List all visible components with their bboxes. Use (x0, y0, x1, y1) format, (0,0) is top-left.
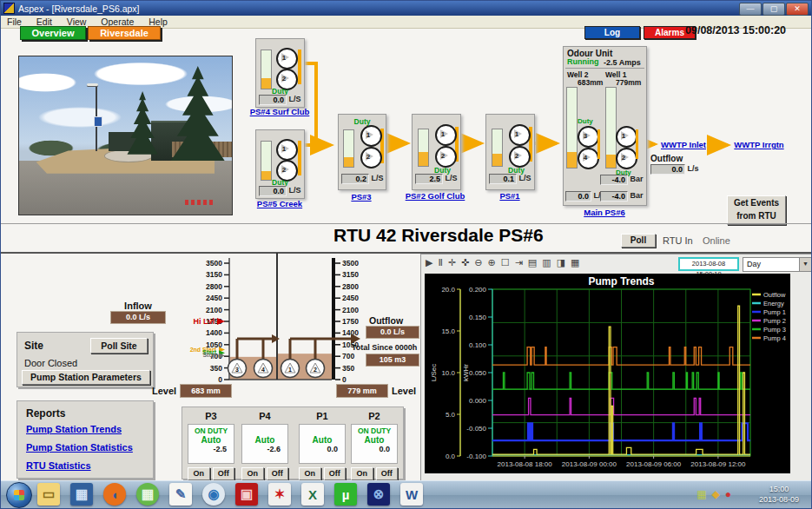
svg-text:Stop: Stop (202, 352, 216, 359)
ps4-link[interactable]: PS#4 Surf Club (245, 107, 314, 116)
wwtp-inlet-link[interactable]: WWTP Inlet (659, 140, 708, 149)
overview-button[interactable]: Overview (20, 26, 86, 40)
save-icon[interactable]: ◨ (557, 257, 565, 268)
ps5-pump-1-icon[interactable]: 1 (276, 139, 298, 161)
tray-alert-icon[interactable]: ● (725, 488, 731, 500)
svg-text:2013-08-09 12:00: 2013-08-09 12:00 (690, 460, 746, 468)
pump-p4-status: Auto -2.6 (241, 424, 288, 464)
well2-level: 683mm (578, 78, 603, 87)
site-photo (18, 56, 233, 215)
main-pump-3-icon[interactable]: 3 (578, 126, 599, 148)
app-icon (3, 3, 15, 14)
zoom-out-icon[interactable]: ⊖ (474, 257, 482, 268)
main-duty-left-label: Duty (578, 117, 593, 125)
svg-text:Energy: Energy (763, 300, 784, 307)
pump-p2-off-button[interactable]: Off (376, 467, 399, 480)
main-well1-tank (605, 87, 617, 169)
get-events-button[interactable]: Get Eventsfrom RTU (727, 195, 786, 225)
svg-text:0.100: 0.100 (469, 341, 487, 349)
divider-top (1, 223, 811, 224)
trend-range-dropdown[interactable]: Day▼ (743, 257, 812, 272)
paint-app-icon[interactable]: ▣ (235, 483, 258, 506)
ps4-tank-level (261, 50, 272, 89)
print-icon[interactable]: ▦ (571, 257, 579, 268)
svg-text:1: 1 (288, 367, 292, 373)
pump-p1-off-button[interactable]: Off (324, 467, 347, 480)
maximize-button[interactable]: ▢ (762, 3, 785, 16)
level-label-right: Level (392, 386, 416, 396)
pump-p3-value: -2.5 (188, 445, 234, 453)
ps2-link[interactable]: PS#2 Golf Club (402, 191, 468, 201)
ps5-link[interactable]: PS#5 Creek (248, 199, 311, 208)
play-icon[interactable]: ▶ (426, 257, 432, 268)
star-app-icon[interactable]: ✶ (268, 483, 291, 506)
notepad-icon[interactable]: ✎ (169, 483, 192, 506)
main-pump-4-icon[interactable]: 4 (578, 148, 599, 169)
pump-p3-on-button[interactable]: On (188, 467, 210, 480)
pump-p3-off-button[interactable]: Off (213, 467, 235, 480)
pan-icon[interactable]: ✛ (448, 257, 456, 268)
report-link-rtu[interactable]: RTU Statistics (26, 460, 153, 471)
riversdale-button[interactable]: Riversdale (88, 26, 161, 40)
trend-toolbar: ▶Ⅱ✛✜⊖⊕☐⇥▤▥◨▦ 2013-08-08 15:00:19 Day▼ (423, 255, 812, 272)
trend-timestamp-field[interactable]: 2013-08-08 15:00:19 (678, 257, 739, 271)
svg-text:2: 2 (314, 367, 317, 373)
tray-update-icon[interactable]: ◆ (712, 488, 720, 500)
ps2-pump-2-icon[interactable]: 2 (435, 146, 457, 168)
main-pump-1-icon[interactable]: 1 (616, 126, 637, 148)
pump-p3-status: ON DUTY Auto -2.5 (188, 424, 234, 464)
odour-unit-amps: -2.5 Amps (604, 58, 641, 67)
svg-text:0.050: 0.050 (469, 369, 487, 377)
pump-p4-off-button[interactable]: Off (267, 467, 289, 480)
log-button[interactable]: Log (584, 26, 640, 39)
ps5-tank-level (261, 141, 272, 181)
cursor-icon[interactable]: ✜ (461, 257, 469, 268)
calculator-icon[interactable]: ▦ (136, 483, 159, 506)
taskbar-clock[interactable]: 15:002013-08-09 (750, 484, 808, 505)
firefox-icon[interactable]: ◖ (103, 483, 126, 506)
export-icon[interactable]: ▤ (528, 257, 537, 268)
report-link-statistics[interactable]: Pump Station Statistics (26, 442, 153, 453)
pause-icon[interactable]: Ⅱ (438, 257, 442, 268)
copy-icon[interactable]: ▥ (542, 257, 551, 268)
excel-icon[interactable]: X (301, 483, 324, 506)
ps1-pump-2-icon[interactable]: 2 (509, 146, 531, 168)
fit-icon[interactable]: ⇥ (515, 257, 523, 268)
start-button[interactable] (6, 482, 32, 508)
report-link-trends[interactable]: Pump Station Trends (26, 424, 153, 434)
ps3-link[interactable]: PS#3 (341, 192, 381, 202)
minimize-button[interactable]: — (739, 3, 762, 16)
pump-p1-on-button[interactable]: On (299, 467, 321, 480)
tray-language-icon[interactable]: ▦ (696, 488, 706, 500)
ps3-pump-2-icon[interactable]: 2 (360, 147, 382, 169)
ps4-pump-1-icon[interactable]: 1 (276, 48, 298, 69)
svg-text:3150: 3150 (342, 270, 359, 279)
pump-p3-label: P3 (188, 411, 234, 421)
pump-p4-on-button[interactable]: On (241, 467, 264, 480)
network-app-icon[interactable]: ⊗ (367, 483, 390, 506)
ps3-pump-1-icon[interactable]: 1 (360, 125, 382, 147)
close-button[interactable]: ✕ (786, 3, 809, 16)
main-ps6-link[interactable]: Main PS#6 (578, 208, 630, 217)
main-pump-2-icon[interactable]: 2 (616, 148, 637, 169)
ps2-pump-1-icon[interactable]: 1 (435, 124, 457, 146)
pump-p2-control: P2 ON DUTY Auto 0.0 On Off (351, 411, 398, 480)
main-bar2-readout: -4.0 Bar (600, 191, 644, 202)
windows-explorer-icon[interactable]: ▭ (37, 483, 60, 506)
pump-p1-duty (300, 426, 345, 435)
box-zoom-icon[interactable]: ☐ (501, 257, 510, 268)
pump-p2-on-button[interactable]: On (351, 467, 373, 480)
google-earth-icon[interactable]: ◉ (202, 483, 225, 506)
zoom-in-icon[interactable]: ⊕ (488, 257, 496, 268)
wwtp-irrgtn-link[interactable]: WWTP Irrgtn (731, 140, 787, 149)
remote-desktop-icon[interactable]: ▦ (70, 483, 93, 506)
wordpad-icon[interactable]: W (400, 483, 423, 506)
pump-p1-label: P1 (299, 411, 346, 421)
ps1-pump-1-icon[interactable]: 1 (509, 124, 531, 146)
poll-button[interactable]: Poll (621, 234, 656, 248)
pump-station-parameters-button[interactable]: Pump Station Parameters (22, 370, 150, 385)
ps5-flow-readout: 0.0 L/S (259, 186, 301, 196)
poll-site-button[interactable]: Poll Site (90, 338, 148, 354)
micro-app-icon[interactable]: µ (334, 483, 357, 506)
ps1-link[interactable]: PS#1 (494, 191, 525, 201)
